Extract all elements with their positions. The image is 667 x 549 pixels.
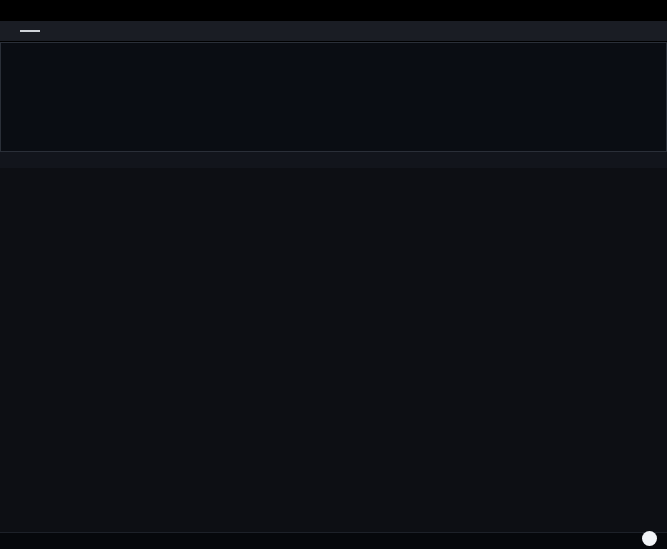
tab-trace[interactable] bbox=[20, 30, 40, 32]
facebook-icon bbox=[642, 531, 657, 546]
mtcommander-window bbox=[0, 0, 667, 549]
table-header bbox=[0, 152, 667, 168]
total-row bbox=[0, 532, 667, 549]
weekly-stats-table bbox=[0, 152, 667, 549]
watermark bbox=[642, 531, 661, 546]
menu-bar bbox=[0, 21, 667, 42]
title-bar bbox=[0, 0, 667, 21]
equity-curve-svg bbox=[1, 43, 666, 151]
equity-chart bbox=[0, 42, 667, 152]
table-body bbox=[0, 168, 667, 532]
